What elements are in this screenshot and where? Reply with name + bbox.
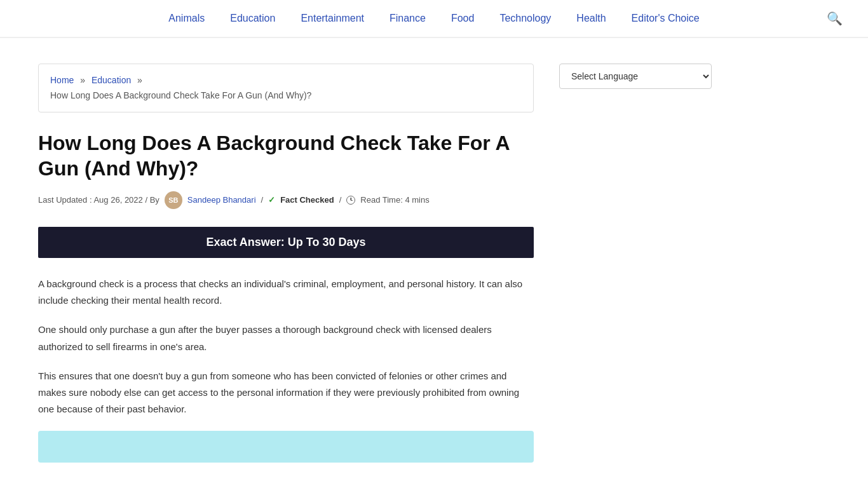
nav-link-technology[interactable]: Technology <box>487 0 564 37</box>
nav-link-food[interactable]: Food <box>438 0 487 37</box>
read-time: Read Time: 4 mins <box>360 195 429 205</box>
nav-link-animals[interactable]: Animals <box>156 0 217 37</box>
fact-checked-label: Fact Checked <box>280 195 334 205</box>
nav-item-entertainment[interactable]: Entertainment <box>288 0 377 37</box>
nav-item-education[interactable]: Education <box>217 0 288 37</box>
article-paragraph-1: A background check is a process that che… <box>38 276 534 309</box>
breadcrumb-separator-2: » <box>137 75 142 85</box>
meta-last-updated: Last Updated : Aug 26, 2022 / By <box>38 195 159 205</box>
page-wrapper: Home » Education » How Long Does A Backg… <box>0 38 868 488</box>
meta-separator-1: / <box>261 195 264 205</box>
site-header: Animals Education Entertainment Finance … <box>0 0 868 38</box>
exact-answer-banner: Exact Answer: Up To 30 Days <box>38 227 534 258</box>
nav-item-animals[interactable]: Animals <box>156 0 217 37</box>
breadcrumb-home-link[interactable]: Home <box>50 75 74 85</box>
article-paragraph-2: One should only purchase a gun after the… <box>38 322 534 355</box>
article-paragraph-3: This ensures that one doesn't buy a gun … <box>38 368 534 418</box>
author-avatar: SB <box>165 191 182 209</box>
main-content: Home » Education » How Long Does A Backg… <box>38 64 534 463</box>
nav-item-technology[interactable]: Technology <box>487 0 564 37</box>
sidebar: Select Language English Spanish French G… <box>559 64 712 89</box>
breadcrumb-current: How Long Does A Background Check Take Fo… <box>50 88 522 102</box>
nav-item-finance[interactable]: Finance <box>377 0 438 37</box>
nav-link-entertainment[interactable]: Entertainment <box>288 0 377 37</box>
nav-link-education[interactable]: Education <box>217 0 288 37</box>
breadcrumb-separator-1: » <box>80 75 85 85</box>
nav-link-finance[interactable]: Finance <box>377 0 438 37</box>
clock-icon <box>346 196 355 205</box>
article-body: A background check is a process that che… <box>38 276 534 418</box>
main-nav: Animals Education Entertainment Finance … <box>156 0 712 37</box>
nav-item-food[interactable]: Food <box>438 0 487 37</box>
author-link[interactable]: Sandeep Bhandari <box>187 195 256 205</box>
nav-link-editors-choice[interactable]: Editor's Choice <box>619 0 712 37</box>
fact-check-icon: ✓ <box>268 195 275 205</box>
article-title: How Long Does A Background Check Take Fo… <box>38 130 534 181</box>
nav-item-health[interactable]: Health <box>564 0 618 37</box>
nav-links: Animals Education Entertainment Finance … <box>156 0 712 37</box>
breadcrumb-education-link[interactable]: Education <box>92 75 131 85</box>
nav-item-editors-choice[interactable]: Editor's Choice <box>619 0 712 37</box>
teal-content-banner <box>38 431 534 463</box>
language-select[interactable]: Select Language English Spanish French G… <box>559 64 712 89</box>
nav-link-health[interactable]: Health <box>564 0 618 37</box>
meta-separator-2: / <box>339 195 342 205</box>
search-icon[interactable]: 🔍 <box>827 11 843 26</box>
article-meta: Last Updated : Aug 26, 2022 / By SB Sand… <box>38 191 534 209</box>
breadcrumb: Home » Education » How Long Does A Backg… <box>38 64 534 112</box>
